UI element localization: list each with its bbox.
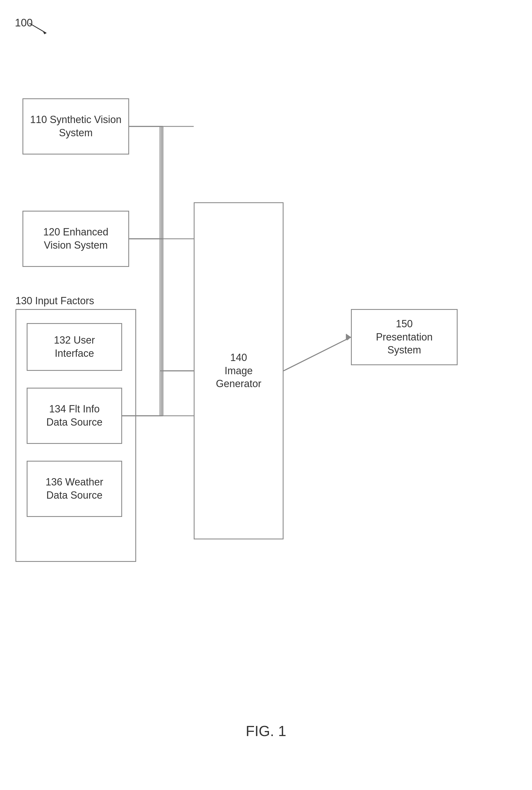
svg-marker-24: [346, 334, 351, 341]
box-136: 136 WeatherData Source: [27, 461, 122, 517]
box-150: 150PresentationSystem: [351, 309, 458, 365]
svg-marker-17: [346, 334, 350, 340]
box-140: 140ImageGenerator: [194, 202, 284, 539]
box-150-label: 150PresentationSystem: [376, 317, 433, 357]
box-110-label: 110 Synthetic Vision System: [23, 113, 128, 140]
label-130: 130 Input Factors: [16, 295, 94, 307]
box-110: 110 Synthetic Vision System: [22, 98, 129, 154]
figure-label: FIG. 1: [246, 722, 286, 739]
fig-label-text: FIG. 1: [246, 723, 286, 739]
svg-line-16: [284, 337, 351, 371]
svg-marker-10: [346, 334, 351, 341]
box-120-label: 120 EnhancedVision System: [43, 226, 108, 252]
svg-line-23: [284, 337, 351, 371]
box-134: 134 Flt InfoData Source: [27, 388, 122, 444]
arrow-100-icon: [28, 22, 51, 36]
svg-line-9: [284, 337, 351, 371]
diagram-container: 100 110 Synthetic Vision System 120 Enha…: [0, 0, 532, 790]
box-136-label: 136 WeatherData Source: [45, 476, 103, 502]
box-134-label: 134 Flt InfoData Source: [46, 403, 102, 429]
box-120: 120 EnhancedVision System: [22, 211, 129, 267]
box-140-label: 140ImageGenerator: [216, 351, 261, 390]
box-132: 132 UserInterface: [27, 323, 122, 371]
box-132-label: 132 UserInterface: [54, 334, 95, 360]
